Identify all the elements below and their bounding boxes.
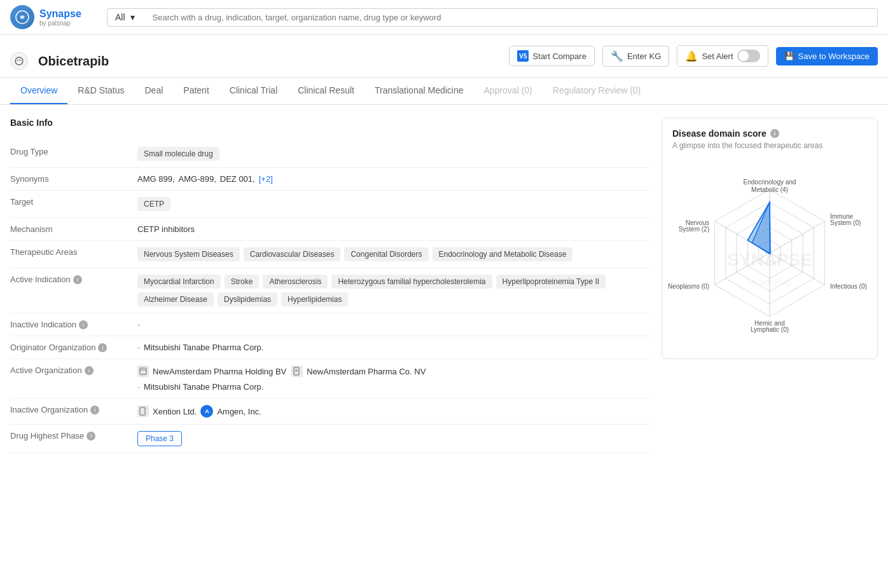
active-org-row: Active Organization i NewAmsterdam Pharm…	[10, 359, 649, 399]
synonym-2: AMG-899,	[179, 174, 216, 184]
svg-text:Neoplasms (0): Neoplasms (0)	[668, 283, 709, 290]
drug-type-row: Drug Type Small molecule drug	[10, 140, 649, 168]
drug-icon	[10, 52, 28, 70]
tab-overview[interactable]: Overview	[10, 78, 67, 104]
org-logo-amgen: A	[200, 405, 213, 418]
therapeutic-area-tag: Cardiovascular Diseases	[244, 247, 341, 261]
synonym-3: DEZ 001,	[220, 174, 255, 184]
compare-label: Start Compare	[532, 51, 586, 61]
svg-text:Lymphatic (0): Lymphatic (0)	[751, 326, 789, 333]
active-org-value: NewAmsterdam Pharma Holding BV NewAmster…	[137, 366, 649, 392]
tab-clinical-trial[interactable]: Clinical Trial	[219, 78, 288, 104]
mechanism-label: Mechanism	[10, 224, 137, 234]
active-indication-tag: Alzheimer Disease	[137, 292, 214, 306]
logo-text: Synapse by patsnap	[39, 8, 81, 27]
inactive-indication-value: -	[137, 320, 649, 329]
active-indication-label: Active Indication i	[10, 275, 137, 284]
drug-type-label: Drug Type	[10, 147, 137, 156]
active-indication-row: Active Indication i Myocardial Infarctio…	[10, 268, 649, 313]
alert-toggle[interactable]	[737, 50, 760, 62]
org-logo-1	[137, 366, 149, 377]
originator-org-info-icon[interactable]: i	[98, 343, 107, 352]
drug-actions: V5 Start Compare 🔧 Enter KG 🔔 Set Alert …	[509, 45, 878, 77]
start-compare-button[interactable]: V5 Start Compare	[509, 46, 595, 66]
inactive-org-item-2: A Amgen, Inc.	[200, 405, 261, 418]
logo-icon	[10, 5, 34, 29]
radar-chart-container: SYNAPSE by patsnap	[672, 158, 867, 348]
active-indication-tag: Hyperlipidemias	[281, 292, 348, 306]
active-indication-info-icon[interactable]: i	[73, 275, 82, 284]
logo-area: Synapse by patsnap	[10, 5, 99, 29]
drug-type-value: Small molecule drug	[137, 147, 649, 161]
active-indication-tag: Heterozygous familial hypercholesterolem…	[331, 275, 492, 289]
basic-info-title: Basic Info	[10, 118, 649, 128]
target-row: Target CETP	[10, 191, 649, 218]
inactive-indication-info-icon[interactable]: i	[79, 320, 88, 329]
logo-sub: by patsnap	[39, 20, 81, 27]
originator-org-label: Originator Organization i	[10, 343, 137, 352]
org-logo-2	[291, 366, 303, 377]
target-tag: CETP	[137, 197, 170, 211]
disease-domain-card: Disease domain score i A glimpse into th…	[662, 118, 878, 359]
therapeutic-area-tag: Endocrinology and Metabolic Disease	[433, 247, 573, 261]
org-logo-xention	[137, 406, 149, 417]
inactive-org-name-2: Amgen, Inc.	[217, 407, 261, 416]
svg-text:Endocrinology and: Endocrinology and	[744, 179, 796, 186]
svg-rect-7	[140, 407, 145, 415]
kg-icon: 🔧	[611, 50, 623, 62]
svg-rect-2	[140, 368, 146, 374]
synonyms-row: Synonyms AMG 899, AMG-899, DEZ 001, [+2]	[10, 168, 649, 191]
active-org-item-2: NewAmsterdam Pharma Co. NV	[291, 366, 426, 377]
save-to-workspace-button[interactable]: 💾 Save to Workspace	[776, 47, 878, 65]
inactive-org-row: Inactive Organization i Xention Ltd. A A…	[10, 399, 649, 425]
save-label: Save to Workspace	[798, 51, 870, 61]
chevron-down-icon: ▾	[130, 12, 135, 22]
active-org-name-3: Mitsubishi Tanabe Pharma Corp.	[144, 382, 263, 392]
synonym-1: AMG 899,	[137, 174, 175, 184]
disease-domain-info-icon[interactable]: i	[770, 129, 779, 138]
logo-main: Synapse	[39, 8, 81, 20]
inactive-org-info-icon[interactable]: i	[90, 406, 99, 414]
inactive-indication-label: Inactive Indication i	[10, 320, 137, 329]
svg-text:System (2): System (2)	[679, 226, 709, 233]
search-dropdown[interactable]: All ▾	[107, 8, 142, 27]
originator-org-row: Originator Organization i - Mitsubishi T…	[10, 336, 649, 359]
active-indication-tag: Hyperlipoproteinemia Type II	[496, 275, 606, 289]
search-input[interactable]	[142, 8, 878, 27]
therapeutic-areas-value: Nervous System DiseasesCardiovascular Di…	[137, 247, 649, 261]
synonyms-more[interactable]: [+2]	[259, 174, 273, 184]
disease-domain-title: Disease domain score i	[672, 128, 867, 139]
tab-regulatory-review-0-: Regulatory Review (0)	[543, 78, 651, 104]
highest-phase-row: Drug Highest Phase i Phase 3	[10, 425, 649, 453]
main-content: Basic Info Drug Type Small molecule drug…	[0, 105, 888, 466]
tab-clinical-result[interactable]: Clinical Result	[288, 78, 364, 104]
inactive-org-item-1: Xention Ltd.	[137, 406, 197, 417]
tab-translational-medicine[interactable]: Translational Medicine	[364, 78, 474, 104]
tab-deal[interactable]: Deal	[135, 78, 174, 104]
set-alert-button[interactable]: 🔔 Set Alert	[677, 45, 768, 67]
inactive-org-name-1: Xention Ltd.	[153, 407, 197, 416]
active-indication-tag: Atherosclerosis	[263, 275, 328, 289]
tab-patent[interactable]: Patent	[173, 78, 219, 104]
alert-icon: 🔔	[685, 50, 698, 62]
highest-phase-label: Drug Highest Phase i	[10, 431, 137, 441]
active-org-info-icon[interactable]: i	[85, 366, 94, 375]
active-indication-value: Myocardial InfarctionStrokeAtheroscleros…	[137, 275, 649, 306]
save-icon: 💾	[784, 51, 794, 61]
active-indication-tag: Myocardial Infarction	[137, 275, 221, 289]
search-dropdown-label: All	[115, 12, 125, 22]
therapeutic-areas-label: Therapeutic Areas	[10, 247, 137, 257]
active-org-name-2: NewAmsterdam Pharma Co. NV	[307, 367, 426, 376]
tabs-bar: OverviewR&D StatusDealPatentClinical Tri…	[0, 78, 888, 105]
highest-phase-info-icon[interactable]: i	[87, 432, 95, 441]
synonyms-value: AMG 899, AMG-899, DEZ 001, [+2]	[137, 174, 649, 184]
therapeutic-area-tag: Congenital Disorders	[344, 247, 428, 261]
synonyms-label: Synonyms	[10, 174, 137, 184]
enter-kg-button[interactable]: 🔧 Enter KG	[602, 46, 669, 67]
left-panel: Basic Info Drug Type Small molecule drug…	[10, 118, 649, 453]
compare-icon: V5	[517, 50, 529, 62]
tab-r-d-status[interactable]: R&D Status	[67, 78, 134, 104]
search-container: All ▾	[107, 8, 878, 27]
svg-line-16	[770, 221, 825, 253]
originator-org-item: - Mitsubishi Tanabe Pharma Corp.	[137, 343, 263, 352]
